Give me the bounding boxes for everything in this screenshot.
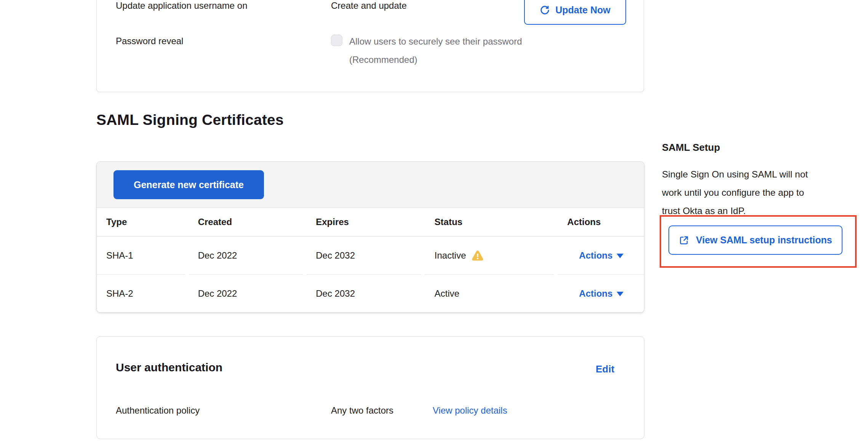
- certificates-toolbar: Generate new certificate: [97, 162, 644, 208]
- user-authentication-title: User authentication: [116, 361, 222, 374]
- setup-button-label: View SAML setup instructions: [696, 235, 832, 246]
- authentication-policy-value: Any two factors: [331, 405, 393, 416]
- okta-saml-settings-page: Update application username on Create an…: [0, 0, 868, 441]
- certificates-panel: Generate new certificate Type Created Ex…: [96, 161, 644, 313]
- cell-created: Dec 2022: [189, 275, 303, 312]
- cell-expires: Dec 2032: [307, 236, 421, 275]
- description-line: Single Sign On using SAML will not: [662, 165, 860, 184]
- view-policy-details-link[interactable]: View policy details: [433, 405, 507, 416]
- update-now-button[interactable]: Update Now: [524, 0, 626, 25]
- certificate-row-sha1: SHA-1 Dec 2022 Dec 2032 Inactive Actions: [97, 236, 644, 275]
- status-text: Inactive: [435, 250, 466, 261]
- actions-label: Actions: [579, 288, 612, 299]
- checkbox-description-line1: Allow users to securely see their passwo…: [349, 36, 522, 47]
- cell-actions: Actions: [558, 236, 644, 275]
- actions-label: Actions: [579, 250, 612, 261]
- status-text: Active: [435, 288, 459, 299]
- column-header-expires: Expires: [307, 217, 425, 227]
- password-reveal-checkbox[interactable]: [331, 35, 342, 46]
- external-link-icon: [679, 235, 689, 246]
- description-line: work until you configure the app to: [662, 184, 860, 202]
- warning-triangle-icon: [472, 250, 484, 261]
- update-username-label: Update application username on: [116, 0, 248, 11]
- certificate-row-sha2: SHA-2 Dec 2022 Dec 2032 Active Actions: [97, 275, 644, 312]
- checkbox-description-line2: (Recommended): [349, 54, 417, 65]
- refresh-icon: [540, 5, 550, 15]
- generate-new-certificate-button[interactable]: Generate new certificate: [113, 170, 264, 199]
- saml-setup-description: Single Sign On using SAML will not work …: [662, 165, 860, 220]
- view-saml-setup-instructions-button[interactable]: View SAML setup instructions: [668, 225, 842, 255]
- saml-setup-title: SAML Setup: [662, 142, 720, 153]
- column-header-type: Type: [97, 217, 189, 227]
- actions-dropdown[interactable]: Actions: [579, 250, 623, 261]
- cell-status: Inactive: [425, 236, 554, 275]
- authentication-policy-label: Authentication policy: [116, 405, 200, 416]
- caret-down-icon: [617, 254, 623, 258]
- update-now-label: Update Now: [555, 5, 610, 16]
- cell-created: Dec 2022: [189, 236, 303, 275]
- password-reveal-label: Password reveal: [116, 36, 183, 46]
- column-header-status: Status: [425, 217, 558, 227]
- actions-dropdown[interactable]: Actions: [579, 288, 623, 299]
- cell-expires: Dec 2032: [307, 275, 421, 312]
- edit-link[interactable]: Edit: [596, 363, 614, 375]
- cell-type: SHA-2: [97, 275, 185, 312]
- cell-actions: Actions: [558, 275, 644, 312]
- description-line: trust Okta as an IdP.: [662, 202, 860, 220]
- cell-type: SHA-1: [97, 236, 185, 275]
- saml-signing-certificates-heading: SAML Signing Certificates: [96, 112, 284, 128]
- update-username-value: Create and update: [331, 0, 407, 11]
- column-header-created: Created: [189, 217, 307, 227]
- cell-status: Active: [425, 275, 554, 312]
- sign-on-settings-card: Update application username on Create an…: [96, 0, 644, 92]
- certificates-table-header: Type Created Expires Status Actions: [97, 208, 644, 236]
- user-authentication-card: User authentication Edit Authentication …: [96, 336, 644, 439]
- column-header-actions: Actions: [558, 217, 644, 227]
- caret-down-icon: [617, 292, 623, 296]
